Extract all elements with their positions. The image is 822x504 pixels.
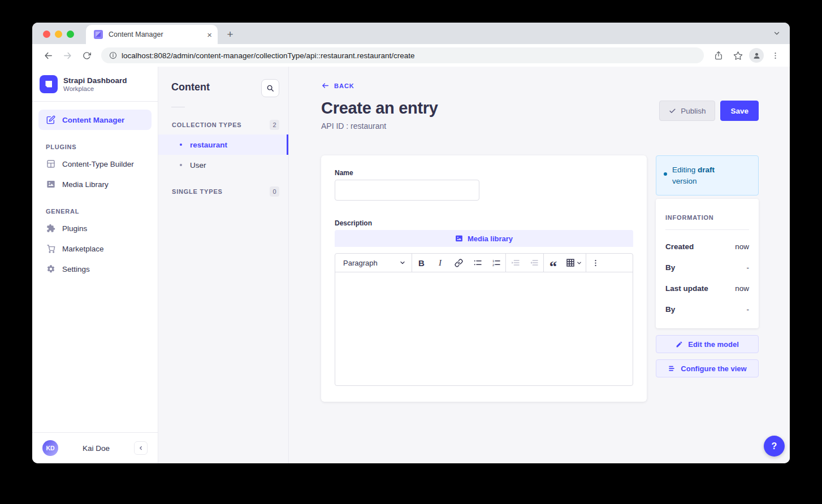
italic-button[interactable]: I xyxy=(431,254,449,272)
info-row-created: Created now xyxy=(665,242,749,251)
search-button[interactable] xyxy=(261,79,279,97)
subnav-divider xyxy=(171,107,185,107)
link-button[interactable] xyxy=(449,254,468,272)
sidebar-nav: Content Manager PLUGINS Content-Type Bui… xyxy=(32,102,158,432)
subnav-item-restaurant[interactable]: restaurant xyxy=(158,134,288,155)
sidebar-item-plugins[interactable]: Plugins xyxy=(38,218,152,238)
sidebar-item-media-library[interactable]: Media Library xyxy=(38,174,152,194)
configure-lines-icon xyxy=(668,364,676,372)
entry-form-card: Name Description Media library Paragraph xyxy=(321,155,647,402)
tab-search-chevron-icon[interactable] xyxy=(773,29,781,37)
publish-button[interactable]: Publish xyxy=(659,101,715,121)
sidebar-section-general: GENERAL xyxy=(46,208,144,215)
indent-button[interactable] xyxy=(506,254,525,272)
browser-menu-icon[interactable] xyxy=(767,47,783,63)
sidebar-item-label: Media Library xyxy=(62,180,109,189)
window-controls[interactable] xyxy=(43,31,74,38)
api-id-subtitle: API ID : restaurant xyxy=(321,121,438,131)
sidebar-item-label: Plugins xyxy=(62,224,87,233)
outdent-button[interactable] xyxy=(525,254,543,272)
configure-view-label: Configure the view xyxy=(681,364,746,373)
save-button[interactable]: Save xyxy=(720,101,759,121)
table-insert-button[interactable] xyxy=(563,258,586,267)
editor-content-area[interactable] xyxy=(335,272,633,385)
media-library-label: Media library xyxy=(468,234,513,243)
edit-pencil-icon xyxy=(46,115,55,124)
single-types-count-badge: 0 xyxy=(270,186,279,197)
workspace-brand[interactable]: Strapi Dashboard Workplace xyxy=(32,67,158,101)
user-avatar[interactable]: KD xyxy=(42,440,58,456)
maximize-window-button[interactable] xyxy=(67,31,74,38)
collection-types-count-badge: 2 xyxy=(270,120,279,130)
sidebar-item-label: Content-Type Builder xyxy=(62,160,134,168)
draft-status-banner: Editing draft version xyxy=(656,155,759,195)
bullet-icon xyxy=(180,144,182,146)
bullet-list-button[interactable] xyxy=(468,254,487,272)
address-bar[interactable]: localhost:8082/admin/content-manager/col… xyxy=(101,47,704,63)
sidebar-item-settings[interactable]: Settings xyxy=(38,259,152,279)
paragraph-style-dropdown[interactable]: Paragraph xyxy=(336,254,412,272)
tab-close-icon[interactable]: × xyxy=(207,31,212,39)
configure-view-button[interactable]: Configure the view xyxy=(656,359,759,377)
help-button[interactable]: ? xyxy=(764,436,785,457)
url-text: localhost:8082/admin/content-manager/col… xyxy=(122,51,415,60)
collection-types-header: COLLECTION TYPES 2 xyxy=(158,115,288,134)
name-input[interactable] xyxy=(335,180,479,201)
collapse-sidebar-button[interactable] xyxy=(134,441,148,455)
site-info-icon[interactable] xyxy=(109,51,117,59)
chevron-down-icon xyxy=(576,260,582,266)
single-types-header: SINGLE TYPES 0 xyxy=(158,182,288,201)
name-field-label: Name xyxy=(335,169,633,177)
browser-profile-icon[interactable] xyxy=(749,48,764,63)
blockquote-button[interactable]: “ xyxy=(544,254,563,272)
image-icon xyxy=(455,234,463,242)
reload-icon[interactable] xyxy=(79,47,94,63)
sidebar-item-marketplace[interactable]: Marketplace xyxy=(38,238,152,259)
browser-window: Content Manager × + localhost:8082/admin… xyxy=(32,23,790,463)
rich-text-editor: Paragraph B I xyxy=(335,253,633,386)
back-link[interactable]: BACK xyxy=(321,82,354,89)
bold-button[interactable]: B xyxy=(412,254,431,272)
content-subnav: Content COLLECTION TYPES 2 restaurant Us… xyxy=(158,67,289,463)
bullet-icon xyxy=(180,164,182,166)
subnav-title: Content xyxy=(171,81,210,93)
info-row-updated-by: By - xyxy=(665,305,749,314)
sidebar-item-content-type-builder[interactable]: Content-Type Builder xyxy=(38,154,152,174)
sidebar-section-plugins: PLUGINS xyxy=(46,144,144,150)
subnav-item-user[interactable]: User xyxy=(158,155,288,175)
paragraph-style-value: Paragraph xyxy=(343,259,378,267)
pencil-icon xyxy=(676,341,683,348)
edit-model-label: Edit the model xyxy=(688,340,739,349)
check-icon xyxy=(669,107,676,115)
sidebar-footer: KD Kai Doe xyxy=(32,432,158,463)
user-name: Kai Doe xyxy=(58,444,134,453)
back-nav-icon[interactable] xyxy=(40,47,56,63)
workspace-subtitle: Workplace xyxy=(63,85,127,92)
page-title: Create an entry xyxy=(321,99,438,118)
strapi-logo-icon xyxy=(40,75,58,93)
info-row-last-update: Last update now xyxy=(665,284,749,293)
browser-tab[interactable]: Content Manager × xyxy=(86,25,218,44)
chevron-down-icon xyxy=(399,259,406,266)
sidebar-item-content-manager[interactable]: Content Manager xyxy=(38,110,152,130)
forward-nav-icon[interactable] xyxy=(59,47,75,63)
media-library-button[interactable]: Media library xyxy=(335,230,633,247)
sidebar-item-label: Settings xyxy=(62,265,90,273)
more-options-button[interactable] xyxy=(586,254,605,272)
close-window-button[interactable] xyxy=(43,31,50,38)
share-icon[interactable] xyxy=(711,47,726,63)
puzzle-icon xyxy=(46,224,55,233)
strapi-app: Strapi Dashboard Workplace Content Manag… xyxy=(32,67,790,463)
minimize-window-button[interactable] xyxy=(55,31,62,38)
information-card: INFORMATION Created now By - Last update xyxy=(656,199,759,328)
collection-types-label: COLLECTION TYPES xyxy=(172,121,241,128)
svg-text:1: 1 xyxy=(492,259,495,263)
subnav-item-label: User xyxy=(190,161,206,170)
edit-model-button[interactable]: Edit the model xyxy=(656,335,759,353)
layout-grid-icon xyxy=(46,159,55,168)
image-icon xyxy=(46,180,55,189)
new-tab-button[interactable]: + xyxy=(222,27,238,42)
bookmark-star-icon[interactable] xyxy=(730,47,746,63)
numbered-list-button[interactable]: 12 xyxy=(487,254,505,272)
sidebar-item-label: Content Manager xyxy=(62,116,124,124)
